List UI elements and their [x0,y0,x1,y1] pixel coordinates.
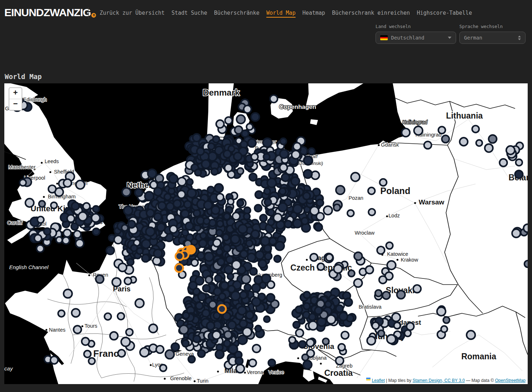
bookcase-marker[interactable] [264,199,271,206]
bookcase-marker[interactable] [309,314,316,320]
bookcase-marker[interactable] [280,138,286,144]
bookcase-marker[interactable] [148,169,156,178]
bookcase-marker[interactable] [379,276,387,283]
bookcase-marker[interactable] [93,228,100,235]
bookcase-marker[interactable] [170,226,177,233]
bookcase-marker[interactable] [20,179,26,186]
bookcase-marker[interactable] [304,303,310,309]
bookcase-marker[interactable] [26,199,34,207]
bookcase-marker[interactable] [302,354,309,361]
bookcase-marker[interactable] [365,266,373,274]
bookcase-marker[interactable] [145,192,154,200]
bookcase-marker[interactable] [204,201,212,209]
bookcase-marker[interactable] [83,203,90,210]
bookcase-marker[interactable] [92,214,100,222]
bookcase-marker[interactable] [299,341,306,348]
bookcase-marker[interactable] [198,350,205,357]
bookcase-marker[interactable] [208,186,214,193]
bookcase-marker[interactable] [310,254,318,261]
zoom-out-button[interactable]: − [9,99,22,110]
bookcase-marker[interactable] [348,270,355,277]
bookcase-marker[interactable] [267,281,274,288]
bookcase-marker[interactable] [296,306,303,313]
bookcase-marker[interactable] [203,285,210,292]
bookcase-marker[interactable] [367,336,376,345]
bookcase-marker[interactable] [205,276,212,283]
bookcase-marker[interactable] [74,326,82,333]
bookcase-marker[interactable] [387,335,396,343]
bookcase-marker[interactable] [224,213,230,220]
bookcase-marker[interactable] [308,148,315,155]
bookcase-marker[interactable] [224,331,232,338]
bookcase-marker[interactable] [237,200,244,206]
bookcase-marker[interactable] [224,340,230,347]
bookcase-marker[interactable] [512,229,520,237]
bookcase-marker[interactable] [306,339,314,347]
bookcase-marker[interactable] [387,261,396,269]
bookcase-marker[interactable] [238,225,247,234]
bookcase-marker[interactable] [110,332,118,340]
bookcase-marker[interactable] [267,294,274,302]
bookcase-marker[interactable] [304,292,310,298]
bookcase-marker[interactable] [142,254,149,262]
bookcase-marker[interactable] [251,113,259,121]
bookcase-marker[interactable] [488,135,496,143]
bookcase-marker[interactable] [118,313,124,320]
bookcase-marker[interactable] [292,151,300,159]
bookcase-marker[interactable] [44,228,51,235]
bookcase-marker[interactable] [240,291,247,299]
bookcase-marker[interactable] [173,200,181,207]
bookcase-marker[interactable] [443,317,450,323]
bookcase-marker[interactable] [293,143,301,150]
bookcase-marker[interactable] [179,325,188,334]
bookcase-marker[interactable] [270,95,278,103]
bookcase-marker[interactable] [264,316,270,322]
meetup-marker[interactable] [176,252,183,260]
bookcase-marker[interactable] [63,229,71,237]
bookcase-marker[interactable] [221,282,228,289]
bookcase-marker[interactable] [268,219,274,225]
bookcase-marker[interactable] [441,326,447,332]
bookcase-marker[interactable] [249,359,256,367]
bookcase-marker[interactable] [375,290,382,296]
bookcase-marker[interactable] [182,340,189,347]
bookcase-marker[interactable] [394,322,400,329]
bookcase-marker[interactable] [252,298,261,306]
bookcase-marker[interactable] [368,188,375,194]
bookcase-marker[interactable] [237,115,245,124]
bookcase-marker[interactable] [267,179,276,188]
bookcase-marker[interactable] [377,246,385,254]
nav-item-b-cherschrank-einreichen[interactable]: Bücherschrank einreichen [332,10,410,16]
bookcase-marker[interactable] [183,312,189,319]
bookcase-marker[interactable] [237,168,244,174]
bookcase-marker[interactable] [76,239,84,248]
bookcase-marker[interactable] [232,260,241,269]
bookcase-marker[interactable] [200,232,206,239]
bookcase-marker[interactable] [146,227,155,236]
bookcase-marker[interactable] [336,186,345,194]
bookcase-marker[interactable] [216,230,223,236]
bookcase-marker[interactable] [165,350,174,359]
bookcase-marker[interactable] [293,219,302,228]
bookcase-marker[interactable] [88,358,95,364]
bookcase-marker[interactable] [219,293,226,300]
bookcase-marker[interactable] [240,250,248,258]
bookcase-marker[interactable] [293,322,300,328]
stamen-link[interactable]: Stamen Design, CC BY 3.0 [413,378,465,383]
bookcase-marker[interactable] [242,130,249,137]
bookcase-marker[interactable] [51,202,57,208]
bookcase-marker[interactable] [56,237,62,243]
leaflet-link[interactable]: Leaflet [372,378,385,383]
bookcase-marker[interactable] [500,159,507,166]
bookcase-marker[interactable] [291,177,300,185]
bookcase-marker[interactable] [424,142,432,149]
bookcase-marker[interactable] [122,188,131,196]
bookcase-marker[interactable] [193,134,201,142]
bookcase-marker[interactable] [345,298,353,306]
nav-item-heatmap[interactable]: Heatmap [303,10,325,16]
bookcase-marker[interactable] [124,206,132,215]
bookcase-marker[interactable] [208,143,214,149]
bookcase-marker[interactable] [406,323,414,330]
bookcase-marker[interactable] [296,329,303,337]
bookcase-marker[interactable] [274,255,281,262]
